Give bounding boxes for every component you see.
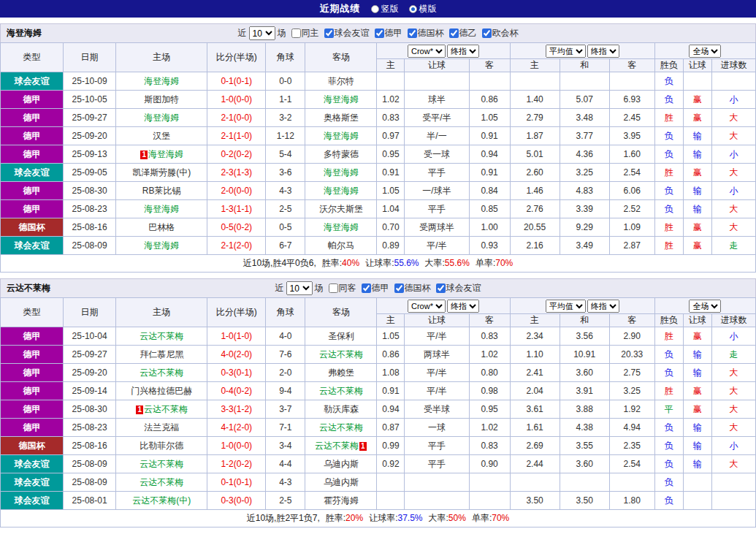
home-team[interactable]: 海登海姆 <box>116 109 207 127</box>
match-count-select[interactable]: 10 <box>249 26 275 40</box>
layout-radio-horizontal[interactable]: 横版 <box>409 3 437 15</box>
away-team[interactable]: 云达不莱梅 <box>305 382 377 400</box>
same-venue-checkbox[interactable] <box>329 283 338 293</box>
layout-radio-vertical[interactable]: 竖版 <box>371 3 399 15</box>
away-team[interactable]: 乌迪内斯 <box>305 473 377 492</box>
home-team[interactable]: 海登海姆 <box>116 237 207 255</box>
home-team[interactable]: 云达不莱梅 <box>116 455 207 473</box>
home-team[interactable]: 斯图加特 <box>116 91 207 109</box>
league-filter[interactable]: 欧会杯 <box>482 27 519 39</box>
match-date: 25-09-20 <box>64 364 116 382</box>
home-team[interactable]: 云达不莱梅 <box>116 327 207 346</box>
result-flag: 负 <box>654 200 683 218</box>
result-flag: 小 <box>711 145 755 164</box>
away-team[interactable]: 海登海姆 <box>305 218 377 237</box>
home-team[interactable]: 比勒菲尔德 <box>116 437 207 455</box>
away-team[interactable]: 弗赖堡 <box>305 364 377 382</box>
same-venue-checkbox[interactable] <box>291 28 301 38</box>
league-filter-checkbox[interactable] <box>408 28 417 38</box>
score: 2-1(1-0) <box>207 127 266 145</box>
league-filter[interactable]: 德国杯 <box>408 27 444 39</box>
odds-stage-select[interactable]: 终指 <box>447 300 479 313</box>
average-odds: 1.92 <box>609 400 654 419</box>
same-venue-filter[interactable]: 同客 <box>329 282 356 294</box>
result-flag: 输 <box>683 200 711 218</box>
home-team[interactable]: 云达不莱梅 <box>116 364 207 382</box>
league-filter-checkbox[interactable] <box>394 283 404 293</box>
league-filter[interactable]: 德国杯 <box>394 282 431 294</box>
league-filter-checkbox[interactable] <box>449 28 459 38</box>
away-team[interactable]: 海登海姆 <box>305 127 377 145</box>
league-filter[interactable]: 德甲 <box>375 27 402 39</box>
home-team[interactable]: 云达不莱梅 <box>116 473 207 492</box>
summary-stat-label: 单率: <box>476 258 495 268</box>
home-team[interactable]: 海登海姆 <box>116 200 207 218</box>
away-team[interactable]: 云达不莱梅 <box>305 419 377 437</box>
league-filter[interactable]: 德甲 <box>362 282 389 294</box>
handicap-odds: 1.04 <box>377 200 405 218</box>
col-header: 角球 <box>266 298 305 327</box>
league-filter-checkbox[interactable] <box>362 283 371 293</box>
result-flag: 输 <box>683 455 711 473</box>
match-row: 德甲25-08-301云达不莱梅3-3(1-2)3-7勒沃库森0.94受半球0.… <box>1 400 756 419</box>
sub-col-header: 胜负 <box>654 314 683 327</box>
league-filter[interactable]: 德乙 <box>449 27 477 39</box>
average-odds: 1.40 <box>510 91 560 109</box>
home-team[interactable]: 1海登海姆 <box>116 145 207 164</box>
league-filter-checkbox[interactable] <box>324 28 334 38</box>
away-team[interactable]: 海登海姆 <box>305 91 377 109</box>
games-label: 场 <box>315 282 324 294</box>
corner-score: 4-3 <box>266 473 305 492</box>
home-team[interactable]: 拜仁慕尼黑 <box>116 346 207 364</box>
sub-col-header: 客 <box>469 314 510 327</box>
handicap-odds: 1.02 <box>469 419 510 437</box>
away-team[interactable]: 云达不莱梅 <box>305 346 377 364</box>
home-team[interactable]: 门兴格拉德巴赫 <box>116 382 207 400</box>
fulltime-select[interactable]: 全场 <box>689 300 721 313</box>
away-team[interactable]: 乌迪内斯 <box>305 455 377 473</box>
home-team[interactable]: 云达不莱梅(中) <box>116 492 207 510</box>
away-team[interactable]: 霍芬海姆 <box>305 492 377 510</box>
fulltime-select[interactable]: 全场 <box>689 45 721 58</box>
home-team[interactable]: 1云达不莱梅 <box>116 400 207 419</box>
summary-stat-label: 让球率: <box>369 513 397 523</box>
home-team[interactable]: RB莱比锡 <box>116 182 207 200</box>
away-team[interactable]: 奥格斯堡 <box>305 109 377 127</box>
league-filter[interactable]: 球会友谊 <box>436 282 481 294</box>
home-team[interactable]: 凯泽斯劳滕(中) <box>116 164 207 182</box>
away-team[interactable]: 海登海姆 <box>305 182 377 200</box>
score: 0-3(0-0) <box>207 492 266 510</box>
league-filter-label: 欧会杯 <box>492 27 519 39</box>
league-filter[interactable]: 球会友谊 <box>324 27 370 39</box>
average-stage-select[interactable]: 终指 <box>587 45 619 58</box>
sub-col-header: 主 <box>510 59 560 72</box>
average-select[interactable]: 平均值 <box>546 45 586 58</box>
home-team[interactable]: 巴林格 <box>116 218 207 237</box>
league-filter-label: 德甲 <box>372 282 389 294</box>
result-flag: 负 <box>654 127 683 145</box>
away-team[interactable]: 云达不莱梅1 <box>305 437 377 455</box>
bookmaker-select[interactable]: Crow* <box>408 45 446 58</box>
match-count-select[interactable]: 10 <box>286 281 313 295</box>
league-filter-checkbox[interactable] <box>482 28 492 38</box>
league-filter-checkbox[interactable] <box>375 28 384 38</box>
away-team[interactable]: 勒沃库森 <box>305 400 377 419</box>
away-team[interactable]: 菲尔特 <box>305 72 377 91</box>
bookmaker-select[interactable]: Crow* <box>408 300 446 313</box>
average-select[interactable]: 平均值 <box>546 300 586 313</box>
average-stage-select[interactable]: 终指 <box>587 300 619 313</box>
result-flag: 小 <box>711 437 755 455</box>
handicap-odds: 平手 <box>405 455 469 473</box>
away-team[interactable]: 多特蒙德 <box>305 145 377 164</box>
away-team[interactable]: 帕尔马 <box>305 237 377 255</box>
odds-stage-select[interactable]: 终指 <box>447 45 479 58</box>
away-team[interactable]: 沃尔夫斯堡 <box>305 200 377 218</box>
away-team[interactable]: 海登海姆 <box>305 164 377 182</box>
average-odds: 2.52 <box>609 200 654 218</box>
home-team[interactable]: 海登海姆 <box>116 72 207 91</box>
away-team[interactable]: 圣保利 <box>305 327 377 346</box>
home-team[interactable]: 法兰克福 <box>116 419 207 437</box>
home-team[interactable]: 汉堡 <box>116 127 207 145</box>
same-venue-filter[interactable]: 同主 <box>291 27 319 39</box>
league-filter-checkbox[interactable] <box>436 283 446 293</box>
